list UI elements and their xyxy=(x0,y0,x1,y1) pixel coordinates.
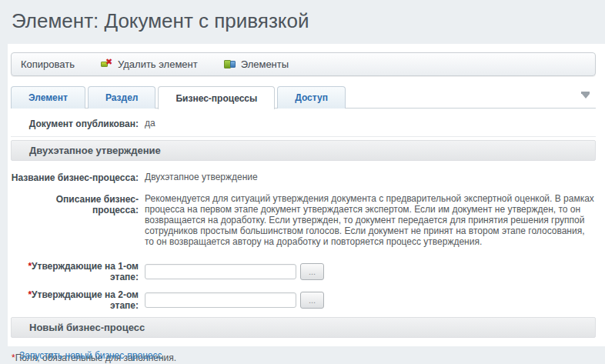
approvers-stage2-row: *Утверждающие на 2-ом этапе: ... xyxy=(11,286,596,314)
process-name-row: Название бизнес-процесса: Двухэтапное ут… xyxy=(11,168,596,187)
tab-element[interactable]: Элемент xyxy=(11,86,85,109)
section-header-new-process: Новый бизнес-процесс xyxy=(11,317,596,338)
page-title: Элемент: Документ с привязкой xyxy=(0,0,605,44)
chevron-down-icon xyxy=(581,92,590,94)
start-new-process-link[interactable]: Запустить новый бизнес-процесс xyxy=(19,350,162,361)
published-row: Документ опубликован: да xyxy=(11,114,596,137)
tab-access[interactable]: Доступ xyxy=(277,86,346,109)
approvers-stage2-input[interactable] xyxy=(145,292,296,308)
section-header-two-stage: Двухэтапное утверждение xyxy=(11,140,596,161)
elements-button[interactable]: Элементы xyxy=(224,58,289,70)
published-label: Документ опубликован: xyxy=(11,118,139,129)
process-desc-value: Рекомендуется для ситуаций утверждения д… xyxy=(139,193,596,247)
delete-element-label: Удалить элемент xyxy=(118,58,198,70)
published-value: да xyxy=(139,118,155,129)
approvers-stage1-row: *Утверждающие на 1-ом этапе: ... xyxy=(11,257,596,286)
tabs-settings-dropdown[interactable] xyxy=(580,91,591,101)
elements-label: Элементы xyxy=(241,58,289,70)
copy-button-label: Копировать xyxy=(21,58,75,70)
tab-business-processes[interactable]: Бизнес-процессы xyxy=(158,86,275,109)
process-desc-row: Описание бизнес-процесса: Рекомендуется … xyxy=(11,189,596,251)
process-name-label: Название бизнес-процесса: xyxy=(11,172,139,183)
process-desc-label: Описание бизнес-процесса: xyxy=(11,193,139,215)
approvers-stage2-label: *Утверждающие на 2-ом этапе: xyxy=(11,289,139,311)
content-panel: Копировать ✖ Удалить элемент Элементы Эл… xyxy=(8,44,605,346)
approvers-stage1-browse-button[interactable]: ... xyxy=(300,263,324,280)
elements-list-icon xyxy=(224,59,236,69)
approvers-stage2-browse-button[interactable]: ... xyxy=(300,292,324,309)
delete-element-button[interactable]: ✖ Удалить элемент xyxy=(101,58,198,70)
approvers-stage1-input[interactable] xyxy=(145,264,296,279)
copy-button[interactable]: Копировать xyxy=(21,58,75,70)
delete-element-icon: ✖ xyxy=(101,59,113,69)
tab-section[interactable]: Раздел xyxy=(88,86,156,109)
process-name-value: Двухэтапное утверждение xyxy=(139,172,258,182)
tabs-bar: Элемент Раздел Бизнес-процессы Доступ xyxy=(11,86,596,109)
approvers-stage1-label: *Утверждающие на 1-ом этапе: xyxy=(11,260,139,282)
context-toolbar: Копировать ✖ Удалить элемент Элементы xyxy=(11,52,596,76)
form-area: Документ опубликован: да Двухэтапное утв… xyxy=(11,114,596,364)
